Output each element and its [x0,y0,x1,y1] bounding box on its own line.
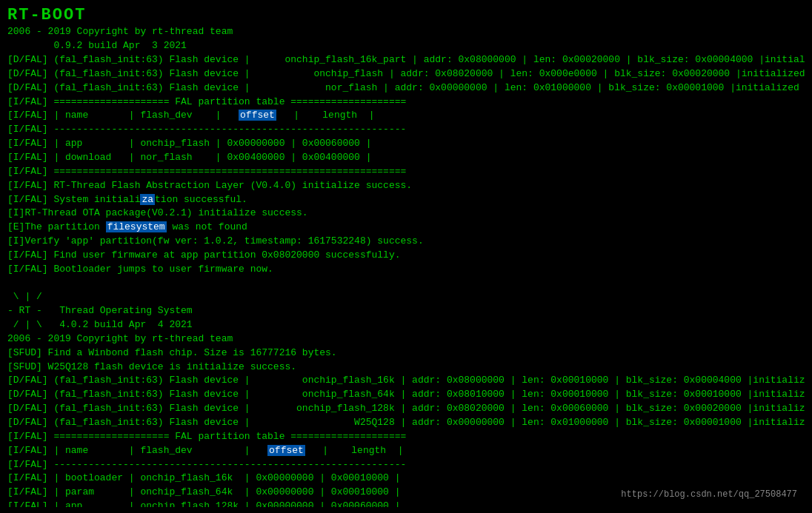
line-fal-app: [I/FAL] | app | onchip_flash | 0x0000000… [7,137,805,151]
terminal-output: RT-BOOT 2006 - 2019 Copyright by rt-thre… [7,6,805,507]
line-find-fw: [I/FAL] Find user firmware at app partit… [7,249,805,263]
url-watermark: https://blog.csdn.net/qq_27508477 [621,489,797,500]
line-rt-art2: - RT - Thread Operating System [7,304,805,318]
terminal-window: RT-BOOT 2006 - 2019 Copyright by rt-thre… [7,6,805,507]
line-ota: [I]RT-Thread OTA package(V0.2.1) initial… [7,207,805,221]
line-sfud1: [SFUD] Find a Winbond flash chip. Size i… [7,346,805,361]
line-fal2-sep: [I/FAL] --------------------------------… [7,458,805,472]
line-flash6: [D/FAL] (fal_flash_init:63) Flash device… [7,402,805,416]
line-bootloader-jump: [I/FAL] Bootloader jumps to user firmwar… [7,263,805,277]
line-rt-art1: \ | / [7,290,805,304]
line-fal-col: [I/FAL] | name | flash_dev | offset | le… [7,109,805,123]
line-flash3: [D/FAL] (fal_flash_init:63) Flash device… [7,81,805,95]
line-flash5: [D/FAL] (fal_flash_init:63) Flash device… [7,388,805,402]
line-sys-init: [I/FAL] System initialization successful… [7,193,805,207]
line-fal-end: [I/FAL] ================================… [7,165,805,179]
line-flash4: [D/FAL] (fal_flash_init:63) Flash device… [7,374,805,388]
line-sfud2: [SFUD] W25Q128 flash device is initializ… [7,361,805,375]
line-fal2-header: [I/FAL] ==================== FAL partiti… [7,430,805,444]
line-flash2: [D/FAL] (fal_flash_init:63) Flash device… [7,67,805,81]
line-rt-art3: / | \ 4.0.2 build Apr 4 2021 [7,318,805,332]
line-flash1: [D/FAL] (fal_flash_init:63) Flash device… [7,53,805,67]
line-fal-download: [I/FAL] | download | nor_flash | 0x00400… [7,151,805,165]
title-art: RT-BOOT [7,6,805,25]
line-partition-err: [E]The partition filesystem was not foun… [7,221,805,235]
line-verify: [I]Verify 'app' partition(fw ver: 1.0.2,… [7,235,805,249]
line-copyright2: 2006 - 2019 Copyright by rt-thread team [7,332,805,346]
line-blank [7,277,805,291]
offset2-highlight: offset [267,445,305,456]
line-fal-sep: [I/FAL] --------------------------------… [7,123,805,137]
line-version1: 0.9.2 build Apr 3 2021 [7,39,805,53]
line-fal-success: [I/FAL] RT-Thread Flash Abstraction Laye… [7,179,805,193]
line-fal-header: [I/FAL] ==================== FAL partiti… [7,95,805,110]
filesystem-highlight: filesystem [106,221,167,232]
line-fal2-app: [I/FAL] | app | onchip_flash_128k | 0x00… [7,500,805,507]
offset-highlight: offset [239,110,276,121]
sys-highlight: za [140,194,155,205]
line-fal2-col: [I/FAL] | name | flash_dev | offset | le… [7,444,805,458]
line-fal2-boot: [I/FAL] | bootloader | onchip_flash_16k … [7,472,805,486]
line-flash7: [D/FAL] (fal_flash_init:63) Flash device… [7,416,805,430]
line-copyright1: 2006 - 2019 Copyright by rt-thread team [7,25,805,39]
